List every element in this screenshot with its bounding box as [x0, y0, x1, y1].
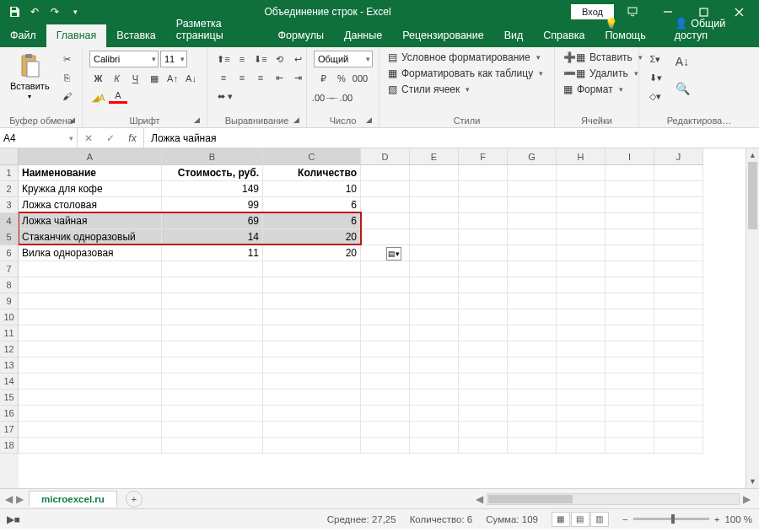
cell[interactable] — [459, 390, 508, 406]
cell[interactable] — [508, 406, 557, 422]
cell[interactable] — [19, 373, 162, 390]
horizontal-scrollbar[interactable] — [487, 493, 740, 505]
tab-tell-me[interactable]: 💡Помощь — [595, 12, 664, 47]
cell[interactable] — [557, 165, 606, 181]
enter-icon[interactable]: ✓ — [100, 132, 121, 144]
column-header[interactable]: H — [557, 148, 606, 165]
cell[interactable] — [606, 277, 654, 293]
insert-cells-button[interactable]: ➕▦Вставить▾ — [562, 51, 644, 64]
cell[interactable] — [361, 277, 410, 293]
column-header[interactable]: C — [263, 148, 361, 165]
row-header[interactable]: 7 — [0, 261, 19, 277]
cell[interactable] — [508, 261, 557, 277]
cell[interactable] — [263, 325, 361, 341]
number-format-select[interactable]: Общий — [314, 51, 373, 67]
hscroll-left-icon[interactable]: ◀ — [472, 493, 487, 505]
cell[interactable] — [162, 422, 263, 438]
vertical-scrollbar[interactable]: ▲ ▼ — [746, 148, 759, 488]
font-grow-icon[interactable]: A↑ — [164, 70, 181, 87]
tab-formulas[interactable]: Формулы — [268, 24, 334, 47]
cell[interactable] — [459, 357, 508, 373]
cell[interactable] — [654, 293, 703, 309]
cell[interactable]: Стаканчик одноразовый — [19, 229, 162, 245]
cell[interactable] — [410, 357, 459, 373]
cell[interactable] — [19, 261, 162, 277]
cell[interactable] — [508, 390, 557, 406]
cell-styles-button[interactable]: ▧Стили ячеек▾ — [386, 83, 545, 96]
cell[interactable] — [606, 213, 654, 229]
cell[interactable] — [361, 325, 410, 341]
dec-decimal-icon[interactable]: ←.00 — [332, 89, 351, 106]
cell[interactable]: Наименование — [19, 165, 162, 181]
view-normal-icon[interactable]: ▦ — [552, 512, 570, 527]
row-header[interactable]: 16 — [0, 406, 19, 422]
cell[interactable] — [19, 341, 162, 357]
column-header[interactable]: I — [606, 148, 654, 165]
cell[interactable] — [606, 245, 654, 261]
autosum-icon[interactable]: Σ▾ — [646, 51, 665, 67]
cell[interactable] — [508, 245, 557, 261]
tab-insert[interactable]: Вставка — [106, 24, 165, 47]
cell[interactable] — [508, 422, 557, 438]
row-header[interactable]: 2 — [0, 181, 19, 197]
cancel-icon[interactable]: ✕ — [78, 132, 100, 144]
align-bottom-icon[interactable]: ⬇≡ — [251, 51, 270, 67]
format-cells-button[interactable]: ▦Формат▾ — [562, 83, 644, 96]
cell[interactable] — [410, 309, 459, 325]
cell[interactable] — [654, 229, 703, 245]
fx-icon[interactable]: fx — [121, 132, 143, 144]
row-header[interactable]: 1 — [0, 165, 19, 181]
record-macro-icon[interactable]: ▶■ — [7, 513, 20, 525]
italic-button[interactable]: К — [108, 70, 126, 87]
select-all-corner[interactable] — [0, 148, 19, 165]
cell[interactable] — [410, 245, 459, 261]
cell[interactable]: Ложка чайная — [19, 213, 162, 229]
cell[interactable] — [361, 229, 410, 245]
zoom-out-button[interactable]: − — [622, 514, 628, 524]
row-header[interactable]: 3 — [0, 197, 19, 213]
cell[interactable] — [410, 422, 459, 438]
align-left-icon[interactable]: ≡ — [214, 69, 233, 86]
cell[interactable] — [410, 390, 459, 406]
cell[interactable] — [410, 229, 459, 245]
font-shrink-icon[interactable]: A↓ — [182, 70, 200, 87]
align-right-icon[interactable]: ≡ — [251, 69, 270, 86]
paste-options-button[interactable]: ▤▾ — [386, 247, 401, 261]
row-header[interactable]: 11 — [0, 325, 19, 341]
cell[interactable] — [606, 229, 654, 245]
zoom-slider[interactable] — [633, 518, 709, 520]
indent-dec-icon[interactable]: ⇤ — [270, 69, 288, 86]
row-header[interactable]: 4 — [0, 213, 19, 229]
cell[interactable] — [654, 357, 703, 373]
cell[interactable]: 99 — [162, 197, 263, 213]
cell[interactable] — [508, 373, 557, 390]
cell[interactable] — [557, 293, 606, 309]
fill-color-button[interactable]: ◢A — [89, 89, 108, 106]
cell[interactable] — [459, 422, 508, 438]
cell[interactable] — [263, 373, 361, 390]
view-page-layout-icon[interactable]: ▤ — [571, 512, 589, 527]
cell[interactable] — [361, 309, 410, 325]
cell[interactable] — [410, 181, 459, 197]
cell[interactable] — [606, 197, 654, 213]
column-header[interactable]: G — [508, 148, 557, 165]
scroll-down-icon[interactable]: ▼ — [746, 475, 759, 488]
cell[interactable] — [263, 261, 361, 277]
cell[interactable] — [654, 309, 703, 325]
cell[interactable] — [606, 357, 654, 373]
cell[interactable] — [162, 390, 263, 406]
cell[interactable] — [654, 390, 703, 406]
cell[interactable] — [654, 181, 703, 197]
zoom-level[interactable]: 100 % — [724, 514, 752, 524]
cell[interactable] — [459, 373, 508, 390]
cell[interactable] — [459, 438, 508, 454]
align-top-icon[interactable]: ⬆≡ — [214, 51, 233, 67]
cell[interactable] — [459, 213, 508, 229]
cell[interactable] — [410, 165, 459, 181]
cell[interactable] — [557, 341, 606, 357]
cell[interactable] — [508, 181, 557, 197]
row-header[interactable]: 18 — [0, 438, 19, 454]
percent-icon[interactable]: % — [332, 70, 351, 87]
cell[interactable] — [263, 357, 361, 373]
cell[interactable] — [19, 390, 162, 406]
